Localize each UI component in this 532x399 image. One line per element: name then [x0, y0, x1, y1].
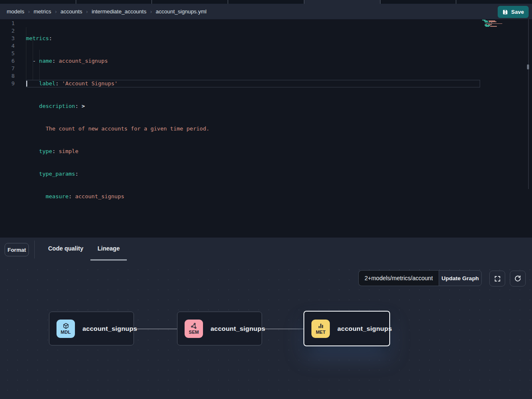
- line-number: 9: [0, 80, 15, 87]
- yaml-key: metrics: [26, 35, 49, 41]
- line-number: 1: [0, 20, 15, 27]
- lineage-controls: Update Graph: [358, 270, 482, 286]
- editor-minimap[interactable]: [482, 20, 508, 27]
- yaml-value: simple: [55, 148, 78, 154]
- code-editor[interactable]: 1 2 3 4 5 6 7 8 9 metrics: - name: accou…: [0, 19, 532, 238]
- lineage-node-semantic-model[interactable]: SEM account_signups: [177, 312, 262, 345]
- lineage-edge: [263, 329, 303, 329]
- line-number: 4: [0, 42, 15, 50]
- code-line: label: 'Account Signups': [26, 80, 209, 87]
- yaml-block-operator: >: [78, 103, 85, 109]
- triangle-network-icon: [190, 322, 198, 330]
- tab-lineage[interactable]: Lineage: [90, 238, 127, 261]
- yaml-punctuation: :: [49, 35, 52, 41]
- panel-header: Format Code quality Lineage: [0, 238, 532, 261]
- breadcrumb-item-metrics[interactable]: metrics: [33, 8, 51, 15]
- yaml-value: account_signups: [72, 193, 124, 200]
- tab-label: Lineage: [98, 245, 120, 252]
- file-tab[interactable]: [152, 0, 228, 4]
- node-label: account_signups: [211, 325, 265, 332]
- file-tab[interactable]: [228, 0, 304, 4]
- semantic-badge: SEM: [185, 320, 203, 338]
- cube-icon: [62, 322, 69, 330]
- save-button[interactable]: Save: [498, 6, 529, 18]
- header-divider: [34, 240, 35, 258]
- file-tab-active[interactable]: [304, 0, 380, 4]
- yaml-punctuation: -: [26, 58, 39, 64]
- breadcrumb-bar: models › metrics › accounts › intermedia…: [0, 4, 532, 19]
- format-button[interactable]: Format: [5, 243, 29, 256]
- lineage-node-model[interactable]: MDL account_signups: [49, 312, 134, 345]
- yaml-key: description: [39, 103, 75, 109]
- file-tab-strip: [0, 0, 532, 4]
- code-line: metrics:: [26, 35, 209, 42]
- yaml-key: label: [39, 80, 55, 87]
- code-line: type_params:: [26, 170, 209, 178]
- yaml-key: type_params: [39, 171, 75, 177]
- lineage-canvas[interactable]: Update Graph MDL: [0, 261, 532, 394]
- line-number: 6: [0, 57, 15, 65]
- bottom-panel: Format Code quality Lineage Update Graph: [0, 238, 532, 399]
- chevron-right-icon: ›: [28, 8, 30, 15]
- code-line-empty: [26, 215, 209, 223]
- code-content[interactable]: metrics: - name: account_signups label: …: [26, 20, 209, 238]
- editor-scrollbar-thumb[interactable]: [527, 64, 529, 69]
- breadcrumb-item-intermediate-accounts[interactable]: intermediate_accounts: [92, 8, 146, 15]
- breadcrumb-item-filename: account_signups.yml: [156, 8, 206, 15]
- line-number: 7: [0, 65, 15, 72]
- file-tab[interactable]: [0, 0, 76, 4]
- refresh-button[interactable]: [510, 271, 526, 286]
- chevron-right-icon: ›: [55, 8, 57, 15]
- yaml-text: The count of new accounts for a given ti…: [26, 125, 209, 132]
- lineage-edge: [134, 329, 177, 329]
- chevron-right-icon: ›: [150, 8, 152, 15]
- code-line: The count of new accounts for a given ti…: [26, 125, 209, 133]
- yaml-punctuation: [26, 103, 39, 109]
- file-tab[interactable]: [380, 0, 457, 4]
- save-icon: [502, 9, 508, 15]
- yaml-key: name: [39, 58, 52, 64]
- line-number: 5: [0, 50, 15, 57]
- line-number-gutter: 1 2 3 4 5 6 7 8 9: [0, 20, 15, 87]
- breadcrumb-item-models[interactable]: models: [7, 8, 24, 15]
- yaml-string: 'Account Signups': [59, 80, 118, 87]
- line-number: 3: [0, 35, 15, 42]
- panel-tabs: Code quality Lineage: [41, 238, 127, 261]
- code-line: type: simple: [26, 148, 209, 155]
- save-button-label: Save: [511, 9, 524, 15]
- yaml-punctuation: [26, 148, 39, 154]
- tab-code-quality[interactable]: Code quality: [41, 238, 90, 261]
- code-line: measure: account_signups: [26, 193, 209, 200]
- tab-label: Code quality: [48, 245, 83, 252]
- lineage-node-metric-selected[interactable]: MET account_signups: [303, 311, 390, 346]
- node-label: account_signups: [82, 325, 137, 332]
- yaml-punctuation: [26, 80, 39, 87]
- badge-label: MDL: [61, 330, 71, 335]
- yaml-punctuation: [26, 171, 39, 177]
- line-number: 2: [0, 27, 15, 35]
- yaml-punctuation: :: [69, 193, 72, 200]
- ide-window: models › metrics › accounts › intermedia…: [0, 0, 532, 399]
- model-selector-input[interactable]: [358, 270, 439, 286]
- file-tab[interactable]: [456, 0, 532, 4]
- node-label: account_signups: [337, 325, 392, 332]
- code-line: - name: account_signups: [26, 57, 209, 65]
- line-number: 8: [0, 72, 15, 80]
- yaml-value: account_signups: [55, 58, 108, 64]
- badge-label: SEM: [189, 330, 199, 335]
- bar-chart-icon: [317, 322, 324, 330]
- update-graph-button[interactable]: Update Graph: [439, 270, 482, 286]
- fullscreen-icon: [494, 275, 501, 282]
- code-line: description: >: [26, 102, 209, 110]
- badge-label: MET: [316, 330, 325, 335]
- breadcrumb-item-accounts[interactable]: accounts: [61, 8, 82, 15]
- editor-scrollbar-track[interactable]: [528, 19, 529, 189]
- fullscreen-button[interactable]: [489, 271, 505, 286]
- yaml-key: type: [39, 148, 52, 154]
- metric-badge: MET: [311, 320, 330, 338]
- breadcrumb: models › metrics › accounts › intermedia…: [7, 8, 206, 15]
- file-tab[interactable]: [76, 0, 152, 4]
- yaml-punctuation: [26, 193, 46, 200]
- yaml-key: measure: [46, 193, 69, 200]
- model-badge: MDL: [57, 320, 75, 338]
